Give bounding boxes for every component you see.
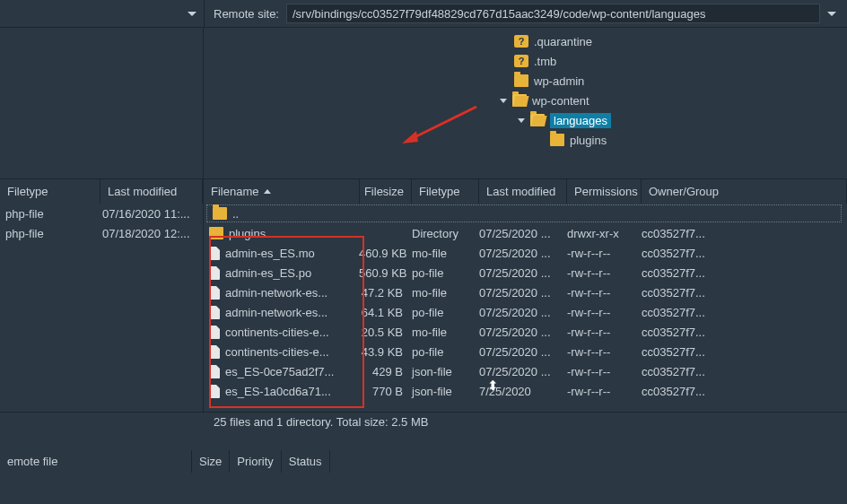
cell-filesize: 460.9 KB xyxy=(359,247,412,260)
remote-site-label: Remote site: xyxy=(214,7,279,21)
local-tree-pane[interactable] xyxy=(0,28,204,178)
cell-filetype: php-file xyxy=(5,207,102,221)
cell-modified: 07/25/2020 ... xyxy=(479,326,567,339)
tree-node-label: .quarantine xyxy=(534,35,592,48)
remote-file-row[interactable]: pluginsDirectory07/25/2020 ...drwxr-xr-x… xyxy=(204,223,847,243)
expander-icon[interactable] xyxy=(518,118,525,123)
remote-file-row[interactable]: continents-cities-e...20.5 KBmo-file07/2… xyxy=(204,322,847,342)
file-icon xyxy=(209,286,220,300)
col-modified[interactable]: Last modified xyxy=(479,179,567,204)
cell-modified: 07/25/2020 ... xyxy=(479,306,567,319)
tree-node-label: languages xyxy=(550,113,611,128)
cell-permissions: -rw-r--r-- xyxy=(567,345,642,359)
cell-modified: 7/25/2020 xyxy=(479,385,567,398)
cell-owner: cc03527f7... xyxy=(642,227,722,240)
cell-filename: plugins xyxy=(209,227,359,240)
expander-icon[interactable] xyxy=(500,99,507,103)
remote-file-row[interactable]: admin-es_ES.mo460.9 KBmo-file07/25/2020 … xyxy=(204,243,847,263)
cell-filename: es_ES-1a0cd6a71... xyxy=(209,385,359,398)
local-file-row[interactable]: php-file07/18/2020 12:... xyxy=(0,223,203,243)
col-modified-local[interactable]: Last modified xyxy=(100,179,203,204)
col-filetype-local[interactable]: Filetype xyxy=(0,179,100,204)
file-icon xyxy=(209,247,220,260)
remote-file-row[interactable]: es_ES-0ce75ad2f7...429 Bjson-file07/25/2… xyxy=(204,361,847,381)
col-owner[interactable]: Owner/Group xyxy=(642,179,847,204)
cell-modified: 07/25/2020 ... xyxy=(479,345,567,359)
tree-node-plugins[interactable]: plugins xyxy=(204,130,847,150)
cell-filesize: 770 B xyxy=(359,385,412,398)
tree-node--quarantine[interactable]: ?.quarantine xyxy=(204,31,847,51)
folder-icon xyxy=(209,227,223,239)
cell-owner: cc03527f7... xyxy=(642,247,722,260)
cell-permissions: -rw-r--r-- xyxy=(567,306,642,319)
cell-filename: es_ES-0ce75ad2f7... xyxy=(209,365,359,378)
file-icon xyxy=(209,385,220,398)
remote-file-list[interactable]: .. pluginsDirectory07/25/2020 ...drwxr-x… xyxy=(204,204,847,412)
col-filetype[interactable]: Filetype xyxy=(412,179,479,204)
parent-dir-row[interactable]: .. xyxy=(206,204,842,222)
cell-filename: continents-cities-e... xyxy=(209,326,359,339)
cell-filetype: json-file xyxy=(412,365,479,378)
cell-filename: continents-cities-e... xyxy=(209,345,359,359)
cell-filename: admin-es_ES.mo xyxy=(209,247,359,260)
cell-filesize: 64.1 KB xyxy=(359,306,412,319)
col-filesize[interactable]: Filesize xyxy=(360,179,412,204)
local-site-dropdown[interactable] xyxy=(188,12,196,16)
parent-dir-label: .. xyxy=(232,207,239,221)
file-icon xyxy=(209,365,220,378)
col-remote-file[interactable]: emote file xyxy=(0,450,192,473)
remote-site-dropdown[interactable] xyxy=(827,12,836,16)
remote-file-row[interactable]: admin-network-es...64.1 KBpo-file07/25/2… xyxy=(204,302,847,322)
remote-file-row[interactable]: es_ES-1a0cd6a71...770 Bjson-file7/25/202… xyxy=(204,381,847,401)
tree-node--tmb[interactable]: ?.tmb xyxy=(204,51,847,71)
cell-modified: 07/25/2020 ... xyxy=(479,286,567,300)
unknown-folder-icon: ? xyxy=(514,35,528,48)
folder-icon xyxy=(550,134,564,146)
sort-asc-icon xyxy=(264,189,271,194)
tree-node-label: wp-content xyxy=(532,94,589,108)
status-text: 25 files and 1 directory. Total size: 2.… xyxy=(214,415,428,429)
tree-node-label: plugins xyxy=(570,134,607,147)
cell-modified: 07/25/2020 ... xyxy=(479,365,567,378)
remote-tree-pane[interactable]: ?.quarantine?.tmbwp-adminwp-contentlangu… xyxy=(204,28,847,178)
cell-filetype: po-file xyxy=(412,306,479,319)
col-status[interactable]: Status xyxy=(282,450,330,473)
col-priority[interactable]: Priority xyxy=(230,450,281,473)
local-file-row[interactable]: php-file07/16/2020 11:... xyxy=(0,204,203,223)
local-file-list[interactable]: php-file07/16/2020 11:...php-file07/18/2… xyxy=(0,204,204,412)
col-size[interactable]: Size xyxy=(192,450,230,473)
folder-open-icon xyxy=(512,94,527,107)
tree-node-label: .tmb xyxy=(534,55,556,68)
file-icon xyxy=(209,266,220,280)
cell-modified: 07/25/2020 ... xyxy=(479,266,567,280)
remote-path-input[interactable] xyxy=(286,4,820,23)
cell-modified: 07/16/2020 11:... xyxy=(102,207,196,221)
cell-owner: cc03527f7... xyxy=(642,326,722,339)
file-icon xyxy=(209,306,220,319)
cell-modified: 07/18/2020 12:... xyxy=(102,227,196,240)
cell-permissions: -rw-r--r-- xyxy=(567,286,642,300)
cell-filetype: json-file xyxy=(412,385,479,398)
tree-node-languages[interactable]: languages xyxy=(204,110,847,130)
cell-owner: cc03527f7... xyxy=(642,286,722,300)
cell-filename: admin-network-es... xyxy=(209,286,359,300)
cell-filetype: po-file xyxy=(412,266,479,280)
tree-node-wp-admin[interactable]: wp-admin xyxy=(204,71,847,91)
remote-file-row[interactable]: continents-cities-e...43.9 KBpo-file07/2… xyxy=(204,342,847,361)
folder-icon xyxy=(213,207,227,220)
tree-node-wp-content[interactable]: wp-content xyxy=(204,91,847,110)
remote-file-row[interactable]: admin-es_ES.po560.9 KBpo-file07/25/2020 … xyxy=(204,263,847,282)
cell-filetype: Directory xyxy=(412,227,479,240)
remote-file-row[interactable]: admin-network-es...47.2 KBmo-file07/25/2… xyxy=(204,282,847,302)
col-filename[interactable]: Filename xyxy=(204,179,360,204)
cell-modified: 07/25/2020 ... xyxy=(479,247,567,260)
cell-filesize: 560.9 KB xyxy=(359,266,412,280)
col-permissions[interactable]: Permissions xyxy=(567,179,642,204)
file-icon xyxy=(209,326,220,339)
cell-permissions: -rw-r--r-- xyxy=(567,247,642,260)
cell-permissions: -rw-r--r-- xyxy=(567,385,642,398)
cell-permissions: drwxr-xr-x xyxy=(567,227,642,240)
tree-node-label: wp-admin xyxy=(534,74,584,88)
cell-filetype: po-file xyxy=(412,345,479,359)
folder-open-icon xyxy=(530,114,545,126)
